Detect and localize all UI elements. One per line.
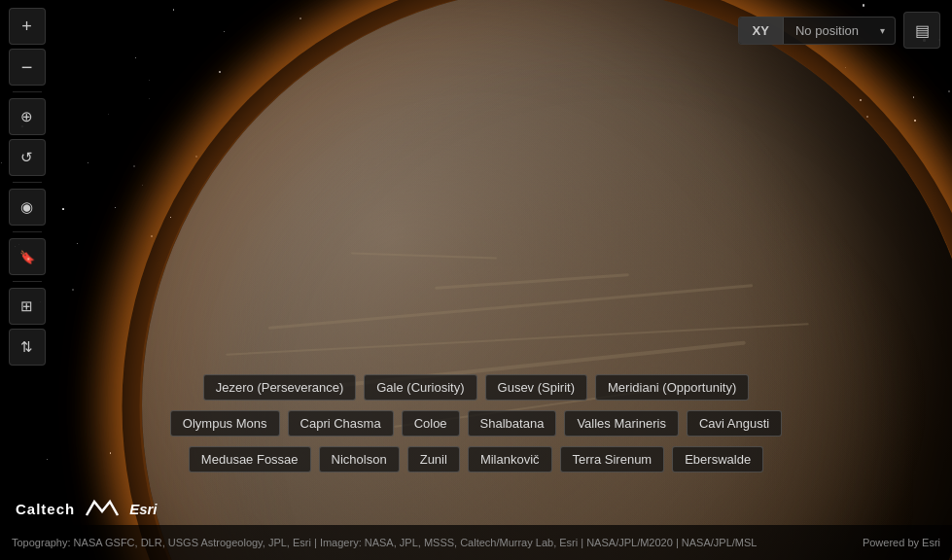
label-valles[interactable]: Valles Marineris <box>564 410 679 437</box>
zoom-in-button[interactable] <box>9 8 46 45</box>
sliders-icon <box>20 298 33 315</box>
mars-globe[interactable] <box>142 0 953 560</box>
zoom-out-button[interactable] <box>9 49 46 86</box>
label-coloe[interactable]: Coloe <box>402 410 460 437</box>
esri-logo: Esri <box>129 501 157 517</box>
mars-terrain <box>142 0 953 560</box>
bookmark-icon <box>19 248 35 265</box>
attribution-bar: Topography: NASA GSFC, DLR, USGS Astroge… <box>0 525 952 560</box>
label-milankovic[interactable]: Milankovič <box>468 446 552 472</box>
ml-logo <box>85 498 120 519</box>
minus-icon <box>21 56 33 79</box>
bottom-logos: Caltech Esri <box>16 498 158 519</box>
settings-button[interactable] <box>9 288 46 325</box>
label-gale[interactable]: Gale (Curiosity) <box>364 374 476 401</box>
layers-icon <box>915 21 930 40</box>
measure-button[interactable] <box>9 329 46 366</box>
label-row-3: Medusae Fossae Nicholson Zunil Milankovi… <box>189 446 763 472</box>
plus-icon <box>21 17 32 37</box>
attribution-text: Topography: NASA GSFC, DLR, USGS Astroge… <box>12 537 757 548</box>
layers-button[interactable] <box>903 12 940 49</box>
reset-icon <box>20 149 33 166</box>
toolbar <box>0 0 53 560</box>
pan-button[interactable] <box>9 98 46 135</box>
arrows-icon <box>20 338 33 356</box>
no-position-text: No position <box>784 18 870 44</box>
position-selector[interactable]: XY No position ▾ <box>738 17 896 45</box>
label-eberswalde[interactable]: Eberswalde <box>672 446 763 472</box>
labels-container: Jezero (Perseverance) Gale (Curiosity) G… <box>0 374 952 472</box>
map-container[interactable]: XY No position ▾ Jezero (Perseverance) G… <box>0 0 952 560</box>
label-medusae[interactable]: Medusae Fossae <box>189 446 311 472</box>
compass-icon <box>20 198 33 216</box>
label-capri[interactable]: Capri Chasma <box>288 410 394 437</box>
dropdown-arrow-icon[interactable]: ▾ <box>870 19 895 42</box>
xy-label: XY <box>753 23 769 38</box>
label-jezero[interactable]: Jezero (Perseverance) <box>203 374 357 401</box>
label-cavi[interactable]: Cavi Angusti <box>687 410 782 437</box>
label-gusev[interactable]: Gusev (Spirit) <box>485 374 587 401</box>
divider-3 <box>13 231 42 232</box>
divider-2 <box>13 182 42 183</box>
divider-4 <box>13 281 42 282</box>
label-nicholson[interactable]: Nicholson <box>319 446 400 472</box>
label-row-1: Jezero (Perseverance) Gale (Curiosity) G… <box>203 374 749 401</box>
reset-button[interactable] <box>9 139 46 176</box>
label-shalbatana[interactable]: Shalbatana <box>468 410 557 437</box>
label-olympus[interactable]: Olympus Mons <box>170 410 280 437</box>
powered-by-text: Powered by Esri <box>863 537 940 548</box>
label-terra[interactable]: Terra Sirenum <box>560 446 665 472</box>
top-bar: XY No position ▾ <box>738 12 940 49</box>
xy-tab[interactable]: XY <box>739 18 784 44</box>
label-meridiani[interactable]: Meridiani (Opportunity) <box>595 374 749 401</box>
crosshair-icon <box>20 108 33 125</box>
label-row-2: Olympus Mons Capri Chasma Coloe Shalbata… <box>170 410 782 437</box>
label-zunil[interactable]: Zunil <box>407 446 460 472</box>
divider-1 <box>13 91 42 92</box>
compass-button[interactable] <box>9 189 46 226</box>
bookmark-button[interactable] <box>9 238 46 275</box>
caltech-logo: Caltech <box>16 501 75 517</box>
